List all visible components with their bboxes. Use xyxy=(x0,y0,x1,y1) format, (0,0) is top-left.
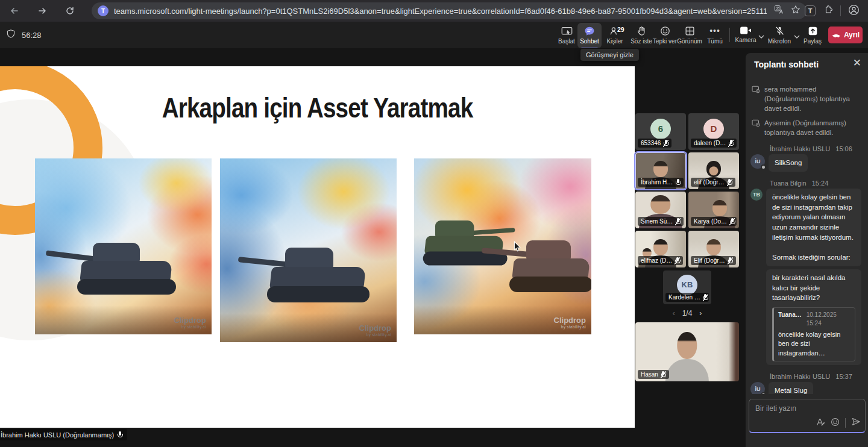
bookmark-star-icon[interactable] xyxy=(791,5,800,17)
mic-off-icon xyxy=(675,218,681,225)
chat-bubble[interactable]: SilkSong xyxy=(769,154,808,172)
participant-tile[interactable]: Karya (Do… xyxy=(688,192,739,228)
send-icon[interactable] xyxy=(851,417,861,429)
participant-tile[interactable]: 6 653346 xyxy=(635,113,686,150)
message-input[interactable]: Bir ileti yazın xyxy=(749,399,866,433)
divider xyxy=(729,28,730,42)
next-page-chevron[interactable]: › xyxy=(699,309,702,317)
chat-bubble[interactable]: Metal Slug xyxy=(769,382,813,394)
meeting-invite-icon xyxy=(752,119,760,127)
meeting-toolbar: 56:28 Başlat Sohbet 29 Kişiler Söz iste … xyxy=(0,22,868,48)
participant-tile[interactable]: Elif (Doğr… xyxy=(688,231,739,267)
mic-off-icon xyxy=(775,26,785,36)
message-group: İU SilkSong xyxy=(750,154,862,172)
chat-bubble[interactable]: öncelikle kolay gelsin ben de sizi insta… xyxy=(766,189,861,266)
tank-artwork-3: Clipdropby stability.ai xyxy=(414,158,591,334)
message-group: TB öncelikle kolay gelsin ben de sizi in… xyxy=(750,189,862,365)
presence-dot xyxy=(761,392,766,394)
mic-on-icon xyxy=(117,431,122,439)
shared-screen-slide: Arkaplan için Asset Yaratmak Clipdropby … xyxy=(0,66,635,428)
reload-button[interactable] xyxy=(64,5,76,17)
raised-hand-icon xyxy=(637,26,647,36)
participant-tile[interactable]: Hasan xyxy=(635,322,739,381)
mic-off-icon xyxy=(728,140,734,147)
participant-tile[interactable]: elif (Doğr… xyxy=(688,152,739,189)
slide-title: Arkaplan için Asset Yaratmak xyxy=(51,92,584,124)
back-button[interactable] xyxy=(8,5,20,17)
avatar: TB xyxy=(750,189,763,201)
tank-artwork-1: Clipdropby stability.ai xyxy=(35,158,212,334)
microphone-button[interactable]: Mikrofon xyxy=(766,23,793,48)
shield-icon[interactable] xyxy=(6,29,16,41)
participant-tile[interactable]: D daleen (D… xyxy=(688,113,739,150)
avatar: D xyxy=(703,119,724,139)
share-screen-button[interactable]: Başlat xyxy=(553,23,580,48)
participant-tile[interactable]: elifnaz (D… xyxy=(635,231,686,267)
close-icon[interactable]: ✕ xyxy=(853,57,861,69)
message-header: Tuana Bilgin15:24 xyxy=(770,180,862,187)
message-header: İbrahim Hakkı USLU15:37 xyxy=(770,373,862,380)
leave-button[interactable]: Ayrıl xyxy=(828,27,863,43)
browser-actions: T xyxy=(805,0,868,22)
forward-button[interactable] xyxy=(36,5,48,17)
meeting-chat-panel: Toplantı sohbeti ✕ sera mohammed (Doğrul… xyxy=(746,53,868,447)
translate-icon[interactable] xyxy=(774,5,784,17)
screenshare-icon xyxy=(561,26,573,36)
avatar: İU xyxy=(750,382,765,394)
mouse-cursor xyxy=(514,241,522,255)
mic-off-icon xyxy=(727,179,732,186)
meeting-timer: 56:28 xyxy=(22,31,42,40)
participant-tile[interactable]: KB Kardelen … xyxy=(663,270,711,304)
tooltip-hide-meeting: Görüşmeyi gizle xyxy=(580,49,639,61)
system-event: sera mohammed (Doğrulanmamış) toplantıya… xyxy=(752,84,862,113)
prev-page-chevron[interactable]: ‹ xyxy=(673,309,675,317)
camera-icon xyxy=(740,26,752,35)
react-button[interactable]: Tepki ver xyxy=(651,23,679,48)
presenter-label: İbrahim Hakkı USLU (Doğrulanmamış) xyxy=(0,429,127,440)
share-button[interactable]: Paylaş xyxy=(800,23,825,48)
address-bar[interactable]: T teams.microsoft.com/light-meetings/lau… xyxy=(92,2,807,19)
quoted-message: Tuana…10.12.2025 15:24 öncelikle kolay g… xyxy=(772,307,855,361)
people-button[interactable]: 29 Kişiler xyxy=(602,23,628,48)
participant-count: 29 xyxy=(617,26,624,33)
chat-icon xyxy=(584,26,595,36)
clipdrop-watermark: Clipdropby stability.ai xyxy=(359,324,391,337)
meeting-invite-icon xyxy=(752,85,760,93)
emoji-icon[interactable] xyxy=(831,417,840,429)
chat-panel-title: Toplantı sohbeti xyxy=(754,60,819,69)
mic-off-icon xyxy=(661,371,666,378)
pinned-extension-icon[interactable]: T xyxy=(805,5,816,16)
format-icon[interactable] xyxy=(816,417,825,429)
input-placeholder: Bir ileti yazın xyxy=(755,404,796,413)
tank-artwork-2: Clipdropby stability.ai xyxy=(220,158,397,342)
more-button[interactable]: ••• Tümü xyxy=(703,23,726,48)
participant-tile[interactable]: İbrahim H… xyxy=(635,152,686,189)
participant-tile[interactable]: Sinem Sü… xyxy=(635,192,686,228)
mic-off-icon xyxy=(663,140,668,147)
page-indicator: 1/4 xyxy=(682,309,693,317)
chat-bubble[interactable]: bir karakteri nasıl akılda kalıcı bir şe… xyxy=(766,269,861,365)
message-header: İbrahim Hakkı USLU15:06 xyxy=(770,145,862,152)
message-group: İU Metal Slug Asset Forge Kit Bash Modde… xyxy=(750,382,862,394)
camera-options-chevron[interactable] xyxy=(758,30,764,41)
share-up-icon xyxy=(808,26,818,36)
avatar: İU xyxy=(750,154,765,169)
mic-on-icon xyxy=(675,179,681,186)
smiley-icon xyxy=(660,26,670,36)
divider xyxy=(840,5,841,16)
chat-button[interactable]: Sohbet xyxy=(577,23,602,48)
presence-dot xyxy=(761,164,766,170)
profile-avatar-icon[interactable] xyxy=(848,4,860,18)
view-button[interactable]: Görünüm xyxy=(676,23,703,48)
hangup-icon xyxy=(831,32,841,38)
avatar: 6 xyxy=(650,119,671,139)
extensions-puzzle-icon[interactable] xyxy=(823,5,833,17)
divider xyxy=(845,418,846,428)
mic-options-chevron[interactable] xyxy=(794,30,800,41)
more-dots-icon: ••• xyxy=(709,26,720,36)
teams-favicon-icon: T xyxy=(98,5,108,16)
chat-messages[interactable]: sera mohammed (Doğrulanmamış) toplantıya… xyxy=(746,76,868,394)
mic-off-icon xyxy=(675,257,680,264)
camera-button[interactable]: Kamera xyxy=(733,23,758,48)
clipdrop-watermark: Clipdropby stability.ai xyxy=(554,316,586,330)
